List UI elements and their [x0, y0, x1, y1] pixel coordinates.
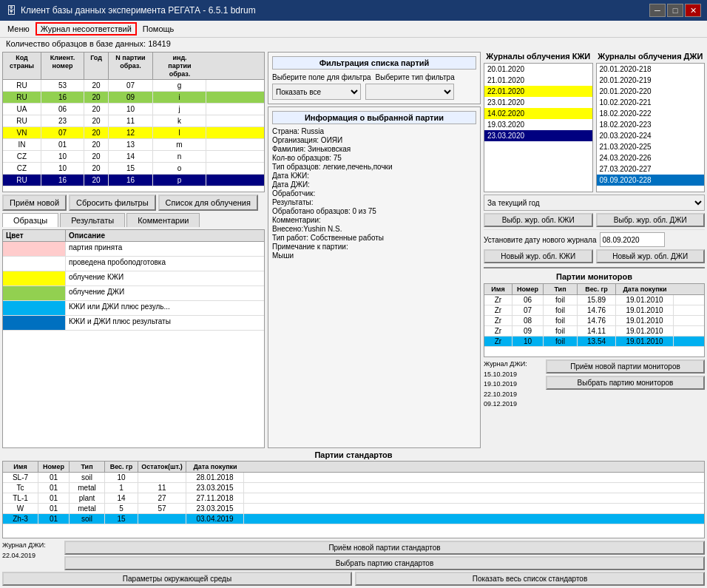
table-row[interactable]: Zr06foil15.8919.01.2010: [484, 295, 704, 305]
info-line: Обработано образцов: 0 из 75: [272, 207, 476, 215]
env-btn2[interactable]: Параметры окружающей среды: [2, 572, 352, 586]
new-batch-btn2[interactable]: Приём новой: [2, 195, 67, 211]
table-row[interactable]: RU532007g: [3, 80, 264, 92]
dzhi-journal-item[interactable]: 27.03.2020-227: [597, 163, 705, 175]
table-row[interactable]: Zr07foil14.7619.01.2010: [484, 305, 704, 316]
legend-row: КЖИ и ДЖИ плюс результаты: [3, 316, 264, 331]
dzhi-journal-item[interactable]: 20.01.2020-218: [597, 64, 705, 75]
info-section: Информация о выбранной партии Страна: Ru…: [268, 107, 481, 448]
batch-table-2: Кодстраны Клиент.номер Год N партииобраз…: [2, 52, 265, 192]
new-jrl-date[interactable]: [600, 232, 665, 247]
dzhi-journal-item[interactable]: 09.09.2020-228: [597, 175, 705, 186]
sel-std-btn2[interactable]: Выбрать партию стандартов: [64, 556, 705, 570]
legend-hdr-color: Цвет: [3, 230, 66, 241]
table-row[interactable]: Tc01metal11123.03.2015: [3, 483, 704, 493]
info-line: Кол-во образцов: 75: [272, 154, 476, 162]
legend-box: Цвет Описание партия принятапроведена пр…: [2, 229, 265, 448]
std-jrl-info2: Журнал ДЖИ: 22.04.2019: [2, 541, 61, 561]
table-row[interactable]: RU162016p: [3, 175, 264, 186]
app-title: Клиент базы данных эксперимента РЕГАТА -…: [21, 5, 256, 16]
app-status: Количество образцов в базе данных: 18419: [0, 38, 707, 50]
table-row[interactable]: Zr09foil14.1119.01.2010: [484, 326, 704, 337]
info-line: Мыши: [272, 251, 476, 260]
sel-kzhi-btn[interactable]: Выбр. жур. обл. КЖИ: [484, 213, 593, 227]
menu-journal[interactable]: Журнал несоответствий: [35, 22, 137, 36]
sel-mon-btn[interactable]: Выбрать партию мониторов: [546, 376, 705, 390]
kzhi-journal-item[interactable]: 22.01.2020: [484, 86, 592, 97]
menu-menu[interactable]: Меню: [3, 23, 34, 35]
table-row[interactable]: SL-701soil1028.01.2018: [3, 473, 704, 483]
table-row[interactable]: W01metal55723.03.2015: [3, 504, 704, 514]
kzhi-journal-item[interactable]: 21.01.2020: [484, 75, 592, 86]
kzhi-journal-item[interactable]: 19.03.2020: [484, 119, 592, 130]
table-row[interactable]: IN012013m: [3, 139, 264, 151]
table-row[interactable]: RU232011k: [3, 115, 264, 127]
mon-title2: Партии мониторов: [484, 272, 705, 281]
period-sel2[interactable]: За текущий год За всё время По дате: [484, 195, 705, 211]
table-row[interactable]: Zr10foil13.5419.01.2010: [484, 337, 704, 347]
legend-row: КЖИ или ДЖИ плюс резуль...: [3, 301, 264, 316]
batch-rows-2[interactable]: RU532007gRU162009iUA062010jRU232011kVN07…: [3, 80, 264, 192]
dzhi-list2[interactable]: 20.01.2020-21820.01.2020-21920.01.2020-2…: [596, 63, 706, 192]
table-row[interactable]: RU162009i: [3, 92, 264, 104]
dzhi-journal-item[interactable]: 18.02.2020-223: [597, 119, 705, 130]
legend-row: облучение КЖИ: [3, 271, 264, 286]
max-btn[interactable]: □: [667, 4, 683, 17]
std-table: Имя Номер Тип Вес. гр Остаток(шт.) Дата …: [2, 461, 705, 538]
new-std-btn2[interactable]: Приём новой партии стандартов: [64, 541, 705, 555]
dzhi-journal-item[interactable]: 21.03.2020-225: [597, 141, 705, 152]
dzhi-journal-item[interactable]: 18.02.2020-222: [597, 108, 705, 119]
table-row[interactable]: Zh-301soil1503.04.2019: [3, 514, 704, 524]
table-row[interactable]: CZ102015o: [3, 163, 264, 175]
mon-jrl-info: Журнал ДЖИ: 15.10.201919.10.201922.10.20…: [484, 359, 543, 410]
list-irr-btn2[interactable]: Список для облучения: [158, 195, 258, 211]
info-line: Организация: ОИЯИ: [272, 136, 476, 144]
dzhi-hdr: Журналы облучения ДЖИ: [596, 52, 706, 61]
new-dzhi-btn2[interactable]: Новый жур. обл. ДЖИ: [596, 249, 706, 263]
kzhi-list2[interactable]: 20.01.202021.01.202022.01.202023.01.2020…: [484, 63, 593, 192]
menu-help[interactable]: Помощь: [138, 23, 179, 35]
info-line: Примечание к партии:: [272, 243, 476, 251]
legend-row: партия принята: [3, 242, 264, 257]
dzhi-journal-item[interactable]: 20.01.2020-219: [597, 75, 705, 86]
dzhi-journal-item[interactable]: 24.03.2020-226: [597, 152, 705, 163]
table-row[interactable]: CZ102014n: [3, 151, 264, 163]
reset-filters-btn2[interactable]: Сбросить фильтры: [69, 195, 156, 211]
info-line: Внесено:Yushin N.S.: [272, 225, 476, 233]
legend-row: облучение ДЖИ: [3, 286, 264, 301]
new-jrl-lbl: Установите дату нового журнала: [484, 236, 597, 244]
app-title-bar: 🗄 Клиент базы данных эксперимента РЕГАТА…: [0, 0, 707, 21]
dzhi-journal-item[interactable]: 10.02.2020-221: [597, 97, 705, 108]
kzhi-hdr: Журналы облучения КЖИ: [484, 52, 593, 61]
table-row[interactable]: TL-101plant142727.11.2018: [3, 493, 704, 504]
table-row[interactable]: VN072012l: [3, 127, 264, 139]
kzhi-journal-item[interactable]: 14.02.2020: [484, 108, 592, 119]
info-line: Страна: Russia: [272, 127, 476, 135]
kzhi-journal-item[interactable]: 23.03.2020: [484, 130, 592, 141]
show-all-btn2[interactable]: Показать весь список стандартов: [355, 572, 705, 586]
sel-dzhi-btn[interactable]: Выбр. жур. обл. ДЖИ: [596, 213, 706, 227]
close-btn[interactable]: ✕: [685, 4, 701, 17]
info-line: Обработчик:: [272, 189, 476, 197]
tab-results[interactable]: Результаты: [60, 213, 125, 227]
kzhi-journal-item[interactable]: 23.01.2020: [484, 97, 592, 108]
info-line: Тип образцов: легкие,печень,почки: [272, 163, 476, 171]
dzhi-journal-item[interactable]: 20.03.2020-224: [597, 130, 705, 141]
table-row[interactable]: UA062010j: [3, 104, 264, 115]
info-line: Результаты:: [272, 198, 476, 206]
new-kzhi-btn2[interactable]: Новый жур. обл. КЖИ: [484, 249, 593, 263]
type-filter-select[interactable]: [365, 84, 454, 100]
table-row[interactable]: Zr08foil14.7619.01.2010: [484, 316, 704, 326]
tab-comments[interactable]: Комментарии: [126, 213, 200, 227]
min-btn[interactable]: ─: [649, 4, 666, 17]
tab-samples[interactable]: Образцы: [2, 213, 58, 227]
new-mon-btn[interactable]: Приём новой партии мониторов: [546, 359, 705, 374]
dzhi-journal-item[interactable]: 20.01.2020-220: [597, 86, 705, 97]
info-title2: Информация о выбранной партии: [272, 111, 476, 124]
tabs2: Образцы Результаты Комментарии: [2, 213, 265, 227]
field-filter-select[interactable]: Показать все: [272, 84, 361, 100]
info-line: Дата ДЖИ:: [272, 180, 476, 189]
kzhi-journal-item[interactable]: 20.01.2020: [484, 64, 592, 75]
info-line: Фамилия: Зиньковская: [272, 145, 476, 153]
info-line: Дата КЖИ:: [272, 172, 476, 180]
